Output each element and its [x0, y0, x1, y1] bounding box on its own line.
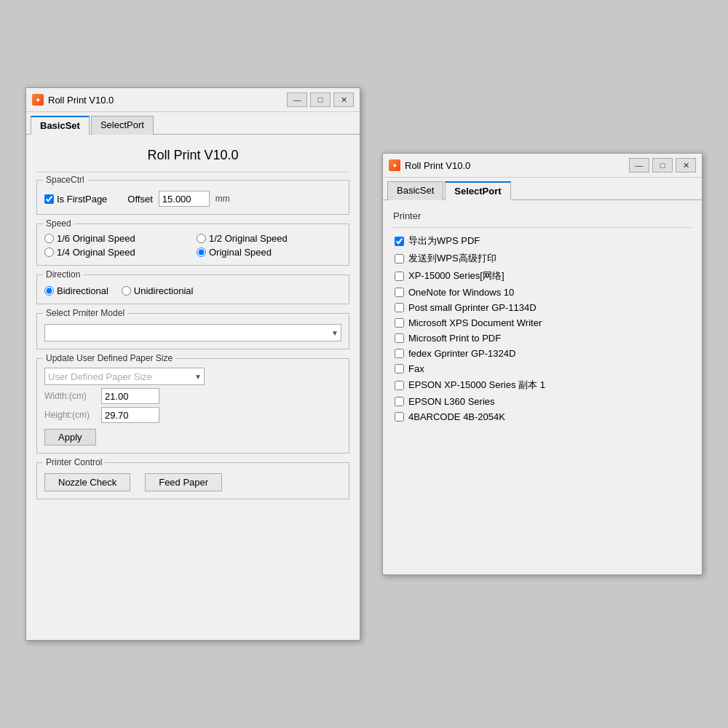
select-printer-section: Select Prniter Model ▼ [36, 313, 349, 349]
printer-checkbox-7[interactable] [395, 349, 404, 358]
spacectrl-label: SpaceCtrl [43, 175, 87, 185]
left-window-title: Roll Print V10.0 [48, 95, 114, 106]
firstpage-checkbox-wrap: Is FirstPage [44, 194, 107, 205]
printer-checkbox-8[interactable] [395, 364, 404, 373]
right-window: ✦ Roll Print V10.0 — □ ✕ BasicSet Select… [382, 153, 703, 575]
left-window: ✦ Roll Print V10.0 — □ ✕ BasicSet Select… [25, 87, 360, 641]
right-title-bar: ✦ Roll Print V10.0 — □ ✕ [383, 154, 702, 178]
apply-button[interactable]: Apply [44, 429, 96, 446]
speed-1-2-wrap: 1/2 Original Speed [197, 233, 341, 244]
printer-name-6: Microsoft Print to PDF [408, 333, 501, 344]
printer-control-buttons: Nozzle Check Feed Paper [44, 473, 341, 491]
direction-uni-wrap: Unidirectionial [122, 285, 194, 296]
left-app-title: Roll Print V10.0 [36, 148, 349, 163]
printer-model-select-wrap: ▼ [44, 324, 341, 341]
speed-1-4-radio[interactable] [44, 248, 54, 257]
printer-control-section: Printer Control Nozzle Check Feed Paper [36, 462, 349, 499]
speed-1-6-label: 1/6 Original Speed [57, 233, 135, 244]
printer-checkbox-1[interactable] [395, 254, 404, 264]
printer-name-2: XP-15000 Series[网络] [408, 269, 505, 282]
printer-item-0[interactable]: 导出为WPS PDF [393, 232, 692, 250]
printer-divider [393, 227, 692, 228]
left-maximize-button[interactable]: □ [310, 92, 331, 107]
printer-checkbox-9[interactable] [395, 381, 404, 390]
width-label: Width:(cm) [44, 391, 95, 401]
right-close-button[interactable]: ✕ [676, 158, 696, 173]
right-maximize-button[interactable]: □ [652, 158, 673, 173]
desktop: ✦ Roll Print V10.0 — □ ✕ BasicSet Select… [0, 0, 728, 728]
speed-orig-label: Original Speed [209, 247, 272, 258]
printer-checkbox-4[interactable] [395, 303, 404, 312]
printer-checkbox-3[interactable] [395, 288, 404, 297]
printer-checkbox-0[interactable] [395, 237, 404, 246]
speed-1-6-radio[interactable] [44, 234, 54, 243]
offset-input[interactable] [159, 191, 210, 207]
right-tab-selectport[interactable]: SelectPort [445, 181, 510, 200]
printer-name-8: Fax [408, 363, 424, 374]
printer-checkbox-6[interactable] [395, 333, 404, 343]
speed-1-4-label: 1/4 Original Speed [57, 247, 135, 258]
paper-size-section: Update User Defined Paper Size User Defi… [36, 358, 349, 454]
speed-1-2-radio[interactable] [197, 234, 206, 243]
direction-bi-radio[interactable] [44, 286, 54, 296]
speed-section: Speed 1/6 Original Speed 1/2 Original Sp… [36, 223, 349, 266]
printer-name-3: OneNote for Windows 10 [408, 287, 514, 298]
speed-radio-group: 1/6 Original Speed 1/2 Original Speed 1/… [44, 233, 341, 258]
printer-item-7[interactable]: fedex Gprinter GP-1324D [393, 346, 692, 361]
printer-checkbox-11[interactable] [395, 412, 404, 422]
printer-checkbox-2[interactable] [395, 272, 404, 281]
right-window-title: Roll Print V10.0 [405, 160, 470, 171]
speed-1-6-wrap: 1/6 Original Speed [44, 233, 189, 244]
printer-item-4[interactable]: Post small Gprinter GP-1134D [393, 300, 692, 315]
printer-checkbox-5[interactable] [395, 318, 404, 328]
speed-orig-radio[interactable] [197, 248, 206, 257]
right-window-content: Printer 导出为WPS PDF 发送到WPS高级打印 XP-15000 S… [383, 200, 702, 574]
direction-bi-wrap: Bidirectional [44, 285, 108, 296]
direction-uni-radio[interactable] [122, 286, 131, 296]
feed-paper-button[interactable]: Feed Paper [145, 473, 222, 491]
nozzle-check-button[interactable]: Nozzle Check [44, 473, 130, 491]
printer-name-1: 发送到WPS高级打印 [408, 252, 496, 265]
right-title-bar-left: ✦ Roll Print V10.0 [389, 159, 470, 171]
offset-label: Offset [127, 194, 152, 205]
printer-item-6[interactable]: Microsoft Print to PDF [393, 331, 692, 346]
direction-bi-label: Bidirectional [57, 285, 108, 296]
direction-uni-label: Unidirectionial [134, 285, 194, 296]
printer-item-5[interactable]: Microsoft XPS Document Writer [393, 315, 692, 331]
printer-name-0: 导出为WPS PDF [408, 234, 480, 248]
printer-name-9: EPSON XP-15000 Series 副本 1 [408, 379, 545, 392]
spacectrl-section: SpaceCtrl Is FirstPage Offset mm [36, 180, 349, 215]
firstpage-checkbox[interactable] [44, 194, 54, 204]
speed-1-4-wrap: 1/4 Original Speed [44, 247, 189, 258]
right-tab-basicset[interactable]: BasicSet [387, 181, 443, 200]
offset-unit: mm [215, 194, 230, 204]
width-input[interactable] [101, 388, 159, 404]
right-minimize-button[interactable]: — [629, 158, 649, 173]
left-tab-basicset[interactable]: BasicSet [31, 116, 90, 135]
left-title-bar: ✦ Roll Print V10.0 — □ ✕ [26, 88, 360, 112]
direction-row: Bidirectional Unidirectionial [44, 285, 341, 296]
paper-size-select[interactable]: User Defined Paper Size [44, 368, 205, 385]
printer-item-1[interactable]: 发送到WPS高级打印 [393, 250, 692, 267]
printer-item-9[interactable]: EPSON XP-15000 Series 副本 1 [393, 376, 692, 394]
printer-item-11[interactable]: 4BARCODE 4B-2054K [393, 409, 692, 424]
left-tab-selectport[interactable]: SelectPort [91, 116, 154, 135]
printer-list-label: Printer [393, 207, 692, 223]
height-input[interactable] [101, 407, 159, 423]
direction-section: Direction Bidirectional Unidirectionial [36, 274, 349, 304]
height-label: Height:(cm) [44, 410, 95, 420]
printer-item-10[interactable]: EPSON L360 Series [393, 394, 692, 409]
printer-model-select[interactable] [44, 324, 341, 341]
right-app-icon: ✦ [389, 159, 400, 171]
printer-item-3[interactable]: OneNote for Windows 10 [393, 285, 692, 300]
printer-name-7: fedex Gprinter GP-1324D [408, 348, 515, 359]
speed-1-2-label: 1/2 Original Speed [209, 233, 288, 244]
left-close-button[interactable]: ✕ [333, 92, 354, 107]
printer-checkbox-10[interactable] [395, 397, 404, 406]
speed-label: Speed [43, 218, 74, 229]
printer-item-8[interactable]: Fax [393, 361, 692, 376]
printer-item-2[interactable]: XP-15000 Series[网络] [393, 267, 692, 285]
select-printer-section-label: Select Prniter Model [43, 308, 127, 318]
speed-orig-wrap: Original Speed [197, 247, 341, 258]
left-minimize-button[interactable]: — [287, 92, 307, 107]
